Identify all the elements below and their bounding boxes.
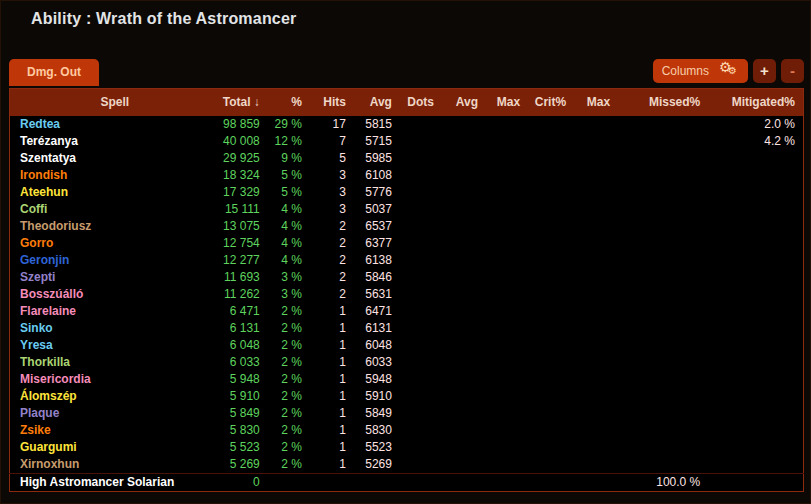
cell-mitigated-percent bbox=[708, 439, 803, 456]
cell-crit-max bbox=[574, 269, 618, 286]
spell-name-link[interactable]: Ateehun bbox=[10, 184, 220, 201]
cell-mitigated-percent bbox=[708, 269, 803, 286]
spell-name-link[interactable]: Flarelaine bbox=[10, 303, 220, 320]
cell-hits: 1 bbox=[310, 320, 354, 337]
cell-percent: 29 % bbox=[268, 116, 310, 133]
cell-percent: 2 % bbox=[268, 439, 310, 456]
tab-dmg-out[interactable]: Dmg. Out bbox=[9, 59, 99, 86]
table-row: Geronjin12 2774 %26138 bbox=[10, 252, 804, 269]
column-header-avg[interactable]: Avg bbox=[442, 89, 486, 116]
spell-name-link[interactable]: Yresa bbox=[10, 337, 220, 354]
cell-total: 5 849 bbox=[220, 405, 268, 422]
cell-missed-percent bbox=[618, 167, 708, 184]
column-header-avg[interactable]: Avg bbox=[354, 89, 400, 116]
cell-hits: 7 bbox=[310, 133, 354, 150]
cell-missed-percent bbox=[618, 184, 708, 201]
cell-hits: 1 bbox=[310, 422, 354, 439]
cell-mitigated-percent bbox=[708, 354, 803, 371]
spell-name-link[interactable]: Álomszép bbox=[10, 388, 220, 405]
cell-hits: 5 bbox=[310, 150, 354, 167]
spell-name-link[interactable]: Plaque bbox=[10, 405, 220, 422]
cell-hits: 2 bbox=[310, 269, 354, 286]
spell-name-link[interactable]: Xirnoxhun bbox=[10, 456, 220, 474]
column-header-max[interactable]: Max bbox=[574, 89, 618, 116]
cell-crit-percent bbox=[528, 184, 574, 201]
cell-crit-max bbox=[574, 184, 618, 201]
cell-hits: 1 bbox=[310, 388, 354, 405]
column-header-total[interactable]: Total ↓ bbox=[220, 89, 268, 116]
cell-max bbox=[486, 252, 528, 269]
cell-mitigated-percent bbox=[708, 456, 803, 474]
cell-crit-percent bbox=[528, 133, 574, 150]
spell-name-link[interactable]: Zsike bbox=[10, 422, 220, 439]
cell-max bbox=[486, 388, 528, 405]
spell-name-link[interactable]: Guargumi bbox=[10, 439, 220, 456]
cell-hits: 2 bbox=[310, 252, 354, 269]
cell-crit-max bbox=[574, 439, 618, 456]
spell-name-link[interactable]: Redtea bbox=[10, 116, 220, 133]
table-row: Szentatya29 9259 %55985 bbox=[10, 150, 804, 167]
cell-avg: 5269 bbox=[354, 456, 400, 474]
cell-total: 6 131 bbox=[220, 320, 268, 337]
page: Ability : Wrath of the Astromancer Dmg. … bbox=[1, 10, 810, 492]
cell-total: 17 329 bbox=[220, 184, 268, 201]
spell-name-link[interactable]: Terézanya bbox=[10, 133, 220, 150]
column-header-critpct[interactable]: Crit% bbox=[528, 89, 574, 116]
column-header-dots[interactable]: Dots bbox=[400, 89, 442, 116]
spell-name-link[interactable]: Gorro bbox=[10, 235, 220, 252]
spell-name-link[interactable]: Misericordia bbox=[10, 371, 220, 388]
add-column-button[interactable]: + bbox=[753, 59, 776, 83]
column-header-pct[interactable]: % bbox=[268, 89, 310, 116]
cell-avg: 6048 bbox=[354, 337, 400, 354]
cell-dot-avg bbox=[442, 422, 486, 439]
cell-percent: 12 % bbox=[268, 133, 310, 150]
cell-missed-percent bbox=[618, 303, 708, 320]
cell-crit-percent bbox=[528, 371, 574, 388]
spell-name-link[interactable]: Szentatya bbox=[10, 150, 220, 167]
spell-name-link[interactable]: High Astromancer Solarian bbox=[10, 473, 220, 491]
cell-missed-percent bbox=[618, 286, 708, 303]
table-row: Plaque5 8492 %15849 bbox=[10, 405, 804, 422]
columns-button[interactable]: Columns ⚙⚙ bbox=[653, 59, 748, 83]
spell-name-link[interactable]: Thorkilla bbox=[10, 354, 220, 371]
cell-dots bbox=[400, 201, 442, 218]
cell-crit-percent bbox=[528, 405, 574, 422]
cell-crit-max bbox=[574, 201, 618, 218]
cell-missed-percent bbox=[618, 439, 708, 456]
table-row: Misericordia5 9482 %15948 bbox=[10, 371, 804, 388]
remove-column-button[interactable]: - bbox=[781, 59, 804, 83]
cell-missed-percent bbox=[618, 218, 708, 235]
table-row: Szepti11 6933 %25846 bbox=[10, 269, 804, 286]
column-header-missedpct[interactable]: Missed% bbox=[618, 89, 708, 116]
cell-avg: 6033 bbox=[354, 354, 400, 371]
cell-crit-max bbox=[574, 252, 618, 269]
cell-crit-max bbox=[574, 320, 618, 337]
cell-max bbox=[486, 133, 528, 150]
column-header-hits[interactable]: Hits bbox=[310, 89, 354, 116]
spell-name-link[interactable]: Sinko bbox=[10, 320, 220, 337]
cell-dot-avg bbox=[442, 167, 486, 184]
cell-avg: 5830 bbox=[354, 422, 400, 439]
spell-name-link[interactable]: Szepti bbox=[10, 269, 220, 286]
cell-dot-avg bbox=[442, 337, 486, 354]
cell-mitigated-percent bbox=[708, 320, 803, 337]
cell-hits: 1 bbox=[310, 337, 354, 354]
cell-crit-percent bbox=[528, 422, 574, 439]
spell-name-link[interactable]: Geronjin bbox=[10, 252, 220, 269]
spell-name-link[interactable]: Theodoriusz bbox=[10, 218, 220, 235]
cell-total: 5 948 bbox=[220, 371, 268, 388]
cell-max bbox=[486, 405, 528, 422]
column-header-mitigatedpct[interactable]: Mitigated% bbox=[708, 89, 803, 116]
cell-max bbox=[486, 303, 528, 320]
column-header-max[interactable]: Max bbox=[486, 89, 528, 116]
spell-name-link[interactable]: Irondish bbox=[10, 167, 220, 184]
spell-name-link[interactable]: Coffi bbox=[10, 201, 220, 218]
column-header-spell[interactable]: Spell bbox=[10, 89, 220, 116]
cell-total: 5 269 bbox=[220, 456, 268, 474]
cell-missed-percent bbox=[618, 252, 708, 269]
cell-avg: 6537 bbox=[354, 218, 400, 235]
table-row: Yresa6 0482 %16048 bbox=[10, 337, 804, 354]
cell-avg: 5948 bbox=[354, 371, 400, 388]
cell-crit-percent bbox=[528, 201, 574, 218]
spell-name-link[interactable]: Bosszúálló bbox=[10, 286, 220, 303]
